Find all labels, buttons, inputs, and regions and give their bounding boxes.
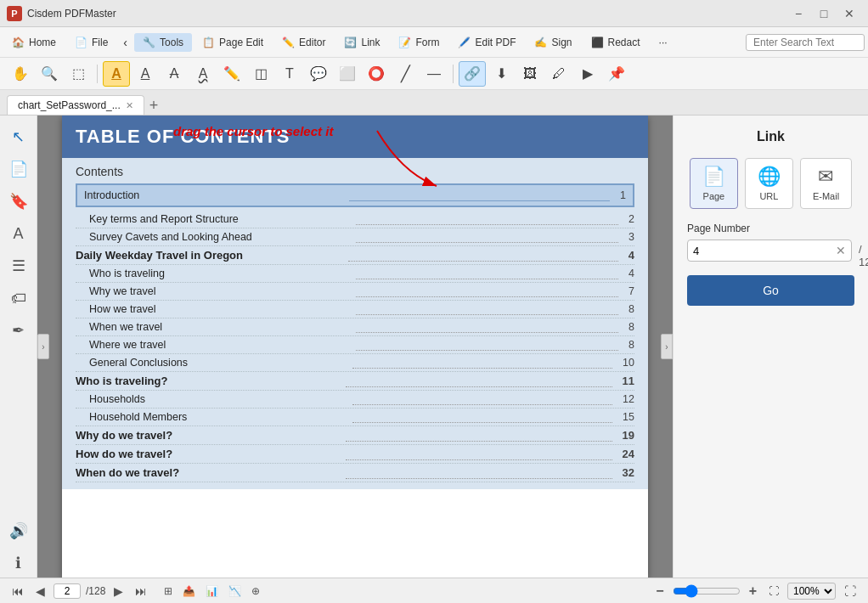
sidebar-icon-pages[interactable]: 📄 xyxy=(4,155,33,183)
ellipse-tool-button[interactable]: ⭕ xyxy=(363,61,390,87)
tab-add-button[interactable]: + xyxy=(144,97,164,115)
toc-entry-survey[interactable]: Survey Cavets and Looking Ahead 3 xyxy=(76,228,634,246)
toc-entry-where-travel[interactable]: Where we travel 8 xyxy=(76,336,634,354)
nav-last-button[interactable]: ⏭ xyxy=(132,583,150,600)
diagonal-line-button[interactable]: ╱ xyxy=(392,61,419,87)
pencil-tool-button[interactable]: ✏️ xyxy=(218,61,245,87)
download-tool-button[interactable]: ⬇ xyxy=(488,61,515,87)
link-tab-page[interactable]: 📄 Page xyxy=(690,158,738,209)
sidebar-icon-text[interactable]: A xyxy=(4,219,33,248)
toc-entry-why-travel2[interactable]: Why do we travel? 19 xyxy=(76,426,634,445)
toc-entry-how-travel[interactable]: How we travel 8 xyxy=(76,301,634,318)
toolbar-separator-2 xyxy=(453,65,454,83)
redact-icon: ⬛ xyxy=(591,37,604,48)
menu-page-edit[interactable]: 📋 Page Edit xyxy=(194,33,272,52)
menu-converter[interactable]: 🔄 Link xyxy=(335,33,388,52)
export-button[interactable]: 📤 xyxy=(179,583,199,599)
tab-1[interactable]: chart_SetPassword_... ✕ xyxy=(7,95,144,115)
page-number-input[interactable] xyxy=(693,245,836,257)
link-tab-url[interactable]: 🌐 URL xyxy=(745,158,793,209)
fit-icon: ⛶ xyxy=(769,585,779,597)
pin-tool-button[interactable]: 📌 xyxy=(603,61,630,87)
titlebar: P Cisdem PDFMaster − □ ✕ xyxy=(0,0,868,27)
toc-entry-key-terms[interactable]: Key terms and Report Structure 2 xyxy=(76,211,634,228)
sidebar-icon-tag[interactable]: 🏷 xyxy=(4,284,33,313)
sidebar-icon-signature[interactable]: ✒ xyxy=(4,316,33,345)
select-tool-button[interactable]: ⬚ xyxy=(65,61,92,87)
toc-entry-who-traveling2[interactable]: Who is traveling? 11 xyxy=(76,372,634,391)
right-panel: Link 📄 Page 🌐 URL ✉ E-Mail Page Number xyxy=(673,116,868,578)
play-tool-button[interactable]: ▶ xyxy=(574,61,601,87)
chart2-button[interactable]: 📉 xyxy=(225,583,245,599)
link-tabs: 📄 Page 🌐 URL ✉ E-Mail xyxy=(687,158,854,209)
zoom-slider[interactable] xyxy=(673,584,741,598)
link-tab-email[interactable]: ✉ E-Mail xyxy=(800,158,852,209)
menu-more[interactable]: ··· xyxy=(651,33,676,52)
chart1-button[interactable]: 📊 xyxy=(202,583,222,599)
toc-entry-household-members[interactable]: Household Members 15 xyxy=(76,409,634,426)
image-tool-button[interactable]: 🖼 xyxy=(516,61,544,87)
toc-entry-when-travel[interactable]: When we travel 8 xyxy=(76,318,634,336)
menu-form[interactable]: 📝 Form xyxy=(390,33,448,52)
link-tool-button[interactable]: 🔗 xyxy=(459,61,486,87)
edit-pdf-icon: 🖊️ xyxy=(458,37,471,48)
sidebar-icon-info[interactable]: ℹ xyxy=(4,549,33,578)
menu-editor[interactable]: ✏️ Editor xyxy=(273,33,334,52)
zoom-in-button[interactable]: + xyxy=(746,582,760,600)
fit-page-button[interactable]: ⊞ xyxy=(161,583,176,599)
link-panel: Link 📄 Page 🌐 URL ✉ E-Mail Page Number xyxy=(674,116,868,319)
maximize-button[interactable]: □ xyxy=(812,5,836,22)
converter-icon: 🔄 xyxy=(344,37,357,48)
menu-sign[interactable]: ✍️ Sign xyxy=(526,33,580,52)
horizontal-line-button[interactable]: — xyxy=(420,61,448,87)
hand-tool-button[interactable]: ✋ xyxy=(7,61,34,87)
underline-text-button[interactable]: A xyxy=(132,61,159,87)
text-tool-button[interactable]: T xyxy=(276,61,303,87)
toc-body: Contents Introduction 1 Key terms and Re… xyxy=(62,158,648,489)
toc-entry-daily-travel[interactable]: Daily Weekday Travel in Oregon 4 xyxy=(76,246,634,265)
collapse-left-handle[interactable]: › xyxy=(37,334,49,359)
nav-next-button[interactable]: ▶ xyxy=(110,583,127,600)
rotate-button[interactable]: ⊕ xyxy=(248,583,263,599)
sidebar-icon-toc[interactable]: ☰ xyxy=(4,251,33,280)
toc-entry-when-travel2[interactable]: When do we travel? 32 xyxy=(76,464,634,482)
menu-edit-pdf[interactable]: 🖊️ Edit PDF xyxy=(449,33,524,52)
zoom-tool-button[interactable]: 🔍 xyxy=(36,61,63,87)
callout-tool-button[interactable]: 💬 xyxy=(305,61,332,87)
eraser-tool-button[interactable]: ◫ xyxy=(247,61,274,87)
zoom-select[interactable]: 100% 75% 150% 200% xyxy=(787,583,836,600)
zoom-out-button[interactable]: − xyxy=(652,582,667,600)
toc-selected-row[interactable]: Introduction 1 xyxy=(76,183,634,207)
highlight-text-button[interactable]: A xyxy=(103,61,130,87)
menu-home[interactable]: 🏠 Home xyxy=(3,33,65,52)
sidebar-icon-cursor[interactable]: ↖ xyxy=(4,122,33,151)
fullscreen-button[interactable]: ⛶ xyxy=(841,583,860,600)
menu-back[interactable]: ‹ xyxy=(118,32,132,53)
close-button[interactable]: ✕ xyxy=(837,5,861,22)
sidebar-icon-bookmark[interactable]: 🔖 xyxy=(4,187,33,216)
sidebar-icon-volume[interactable]: 🔊 xyxy=(4,516,33,545)
go-button[interactable]: Go xyxy=(687,275,854,306)
menu-tools[interactable]: 🔧 Tools xyxy=(134,33,192,52)
toc-entry-label-intro: Introduction xyxy=(84,189,346,201)
nav-first-button[interactable]: ⏮ xyxy=(8,583,27,600)
sign-icon: ✍️ xyxy=(534,37,547,48)
stamp-tool-button[interactable]: 🖊 xyxy=(545,61,572,87)
collapse-right-handle[interactable]: › xyxy=(661,334,673,359)
tab-close-1[interactable]: ✕ xyxy=(126,100,133,111)
menu-redact[interactable]: ⬛ Redact xyxy=(583,33,649,52)
rectangle-tool-button[interactable]: ⬜ xyxy=(334,61,361,87)
toc-entry-how-travel2[interactable]: How do we travel? 24 xyxy=(76,445,634,464)
toc-entry-households[interactable]: Households 12 xyxy=(76,391,634,409)
toc-entry-general[interactable]: General Conclusions 10 xyxy=(76,354,634,372)
current-page-input[interactable] xyxy=(54,583,81,599)
clear-page-input-button[interactable]: ✕ xyxy=(836,244,846,257)
toc-entry-who-traveling[interactable]: Who is traveling 4 xyxy=(76,265,634,283)
menu-file[interactable]: 📄 File xyxy=(66,33,116,52)
nav-prev-button[interactable]: ◀ xyxy=(32,583,48,600)
strikethrough-text-button[interactable]: A xyxy=(161,61,188,87)
minimize-button[interactable]: − xyxy=(786,5,810,22)
search-input[interactable] xyxy=(746,34,865,51)
wavy-underline-button[interactable]: A xyxy=(189,61,217,87)
toc-entry-why-travel[interactable]: Why we travel 7 xyxy=(76,283,634,301)
